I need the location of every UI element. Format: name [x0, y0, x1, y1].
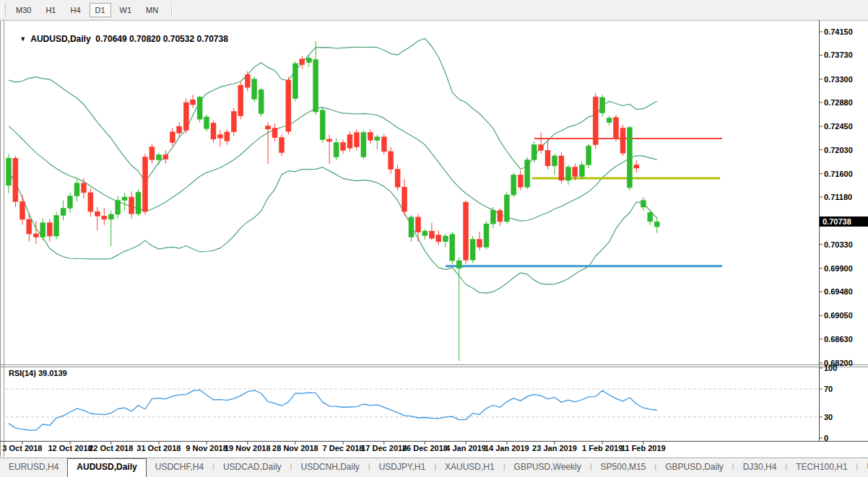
- candle-body: [143, 157, 148, 212]
- chart-tab-ul[interactable]: Ul: [858, 458, 868, 477]
- candle-body: [13, 158, 18, 201]
- candle-body: [456, 261, 461, 268]
- chevron-down-icon[interactable]: ▼: [19, 35, 26, 43]
- candle-body: [634, 165, 639, 168]
- candle-body: [68, 196, 73, 209]
- candle-body: [395, 170, 400, 188]
- price-axis-label: 0.72880: [824, 98, 853, 107]
- candle-body: [19, 201, 25, 219]
- candle-body: [518, 175, 523, 187]
- candle-body: [279, 138, 285, 153]
- date-axis-label: 3 Oct 2018: [2, 444, 42, 452]
- price-axis-label: 0.71600: [824, 170, 853, 178]
- ohlc-high: 0.70820: [129, 34, 160, 44]
- candle-body: [490, 211, 495, 224]
- candle-body: [416, 217, 421, 232]
- candle-body: [620, 128, 625, 154]
- candle-body: [477, 240, 482, 248]
- date-axis-label: 1 Feb 2019: [582, 444, 622, 452]
- candle-body: [191, 100, 196, 105]
- chart-tab-usdjpy-h1[interactable]: USDJPY,H1: [370, 458, 434, 477]
- candle-body: [259, 89, 264, 113]
- candle-body: [545, 150, 550, 166]
- rsi-line: [9, 390, 657, 430]
- price-axis-label: 0.74150: [824, 27, 853, 36]
- chart-tab-usdchf-h4[interactable]: USDCHF,H4: [147, 458, 212, 477]
- candle-body: [245, 74, 250, 87]
- candle-body: [531, 145, 537, 160]
- chart-tab-gbpusd-daily[interactable]: GBPUSD,Daily: [656, 458, 732, 477]
- candle-body: [231, 111, 236, 132]
- candle-body: [177, 126, 182, 133]
- chart-tab-sp500-m15[interactable]: SP500,M15: [592, 458, 655, 477]
- price-axis-label: 0.69900: [824, 264, 853, 273]
- candle-body: [163, 155, 168, 159]
- candle-body: [375, 137, 380, 141]
- mt4-window: M30H1H4D1W1MN ▼AUDUSD,Daily 0.70649 0.70…: [0, 0, 868, 477]
- candle-body: [539, 145, 544, 151]
- candle-body: [54, 216, 59, 237]
- date-axis-label: 11 Feb 2019: [621, 444, 666, 452]
- candle-body: [422, 231, 428, 235]
- date-axis-label: 9 Nov 2018: [186, 444, 227, 452]
- candle-body: [334, 143, 339, 157]
- candle-body: [211, 123, 216, 139]
- chart-tab-usdcnh-daily[interactable]: USDCNH,Daily: [292, 458, 368, 477]
- price-axis-label: 0.68630: [824, 335, 853, 343]
- rsi-axis-label: 30: [824, 413, 833, 421]
- rsi-indicator-label: RSI(14) 39.0139: [9, 369, 67, 377]
- price-axis-label: 0.69480: [824, 287, 853, 296]
- candle-body: [81, 183, 86, 193]
- candle-body: [402, 187, 407, 211]
- chart-tab-usdcad-daily[interactable]: USDCAD,Daily: [214, 458, 290, 477]
- candle-body: [593, 97, 598, 144]
- candle-body: [627, 128, 632, 188]
- price-axis-label: 0.73730: [824, 51, 853, 59]
- price-axis-label: 0.72030: [824, 146, 853, 154]
- rsi-axis-label: 100: [824, 364, 837, 372]
- candle-body: [450, 235, 455, 261]
- candle-body: [654, 222, 659, 227]
- candle-body: [313, 60, 318, 113]
- candle-body: [552, 156, 557, 166]
- bollinger-lower-band: [9, 167, 657, 293]
- price-axis-label: 0.69050: [824, 311, 853, 320]
- candle-body: [354, 133, 359, 147]
- candle-body: [607, 118, 612, 123]
- chart-title: ▼AUDUSD,Daily 0.70649 0.70820 0.70532 0.…: [10, 24, 228, 54]
- candle-body: [586, 146, 591, 165]
- chart-tab-audusd-daily[interactable]: AUDUSD,Daily: [67, 458, 146, 477]
- date-axis-label: 7 Dec 2018: [323, 444, 364, 452]
- rsi-axis-label: 70: [824, 385, 833, 393]
- rsi-axis-label: 0: [824, 434, 828, 442]
- candle-body: [498, 211, 503, 222]
- candle-body: [559, 156, 564, 180]
- candle-body: [320, 110, 325, 140]
- price-axis-label: 0.71180: [824, 193, 852, 201]
- candle-body: [136, 192, 141, 214]
- price-axis-label: 0.73300: [824, 75, 853, 84]
- date-axis-label: 19 Nov 2018: [225, 444, 271, 452]
- ohlc-low: 0.70532: [163, 34, 194, 44]
- chart-tab-tech100-h1[interactable]: TECH100,H1: [787, 458, 856, 477]
- chart-symbol-label: AUDUSD,Daily: [30, 34, 90, 44]
- candle-body: [286, 80, 291, 131]
- candle-body: [74, 183, 79, 196]
- candle-body: [292, 64, 298, 99]
- ohlc-close: 0.70738: [197, 34, 228, 44]
- candle-body: [436, 235, 441, 242]
- candle-body: [579, 165, 584, 176]
- candle-body: [217, 135, 222, 139]
- candle-body: [464, 202, 469, 260]
- candle-body: [156, 155, 161, 160]
- candle-body: [470, 240, 475, 261]
- chart-tab-xauusd-h1[interactable]: XAUUSD,H1: [436, 458, 503, 477]
- candle-body: [149, 147, 155, 160]
- candle-body: [238, 85, 243, 115]
- candle-body: [88, 193, 93, 211]
- chart-tab-eurusd-h4[interactable]: EURUSD,H4: [0, 458, 67, 477]
- chart-tab-dj30-h4[interactable]: DJ30,H4: [734, 458, 786, 477]
- chart-tab-gbpusd-weekly[interactable]: GBPUSD,Weekly: [505, 458, 590, 477]
- candle-body: [409, 217, 414, 237]
- candle-body: [61, 209, 66, 216]
